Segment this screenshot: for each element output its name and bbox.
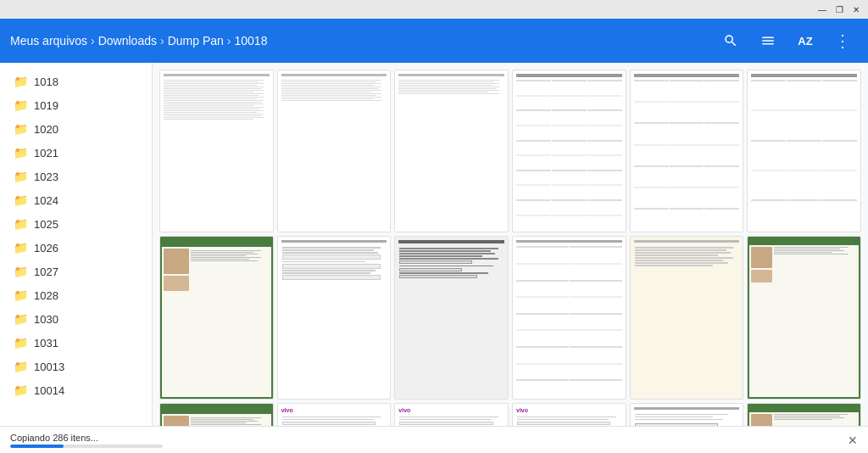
thumbnail-item[interactable] [747,236,861,399]
sidebar-item-1026[interactable]: 📁 1026 [0,236,152,260]
content-area: vivo vivo [153,63,868,426]
thumbnail-item[interactable] [512,236,626,399]
sidebar-item-1031[interactable]: 📁 1031 [0,331,152,355]
thumbnail-item[interactable] [747,403,861,426]
folder-icon: 📁 [14,288,27,302]
thumbnail-item[interactable] [394,236,509,399]
folder-icon: 📁 [14,241,27,254]
sidebar-item-1025[interactable]: 📁 1025 [0,212,152,236]
sidebar-label: 1023 [34,171,58,183]
progress-bar-background [10,445,163,448]
restore-button[interactable]: ❐ [832,3,846,16]
thumbnail-item[interactable] [747,70,861,232]
sidebar-item-1023[interactable]: 📁 1023 [0,165,152,188]
close-button[interactable]: ✕ [849,3,863,16]
thumbnail-item[interactable]: vivo [512,403,626,426]
sidebar-label: 1028 [34,289,58,302]
sidebar-label: 10014 [34,384,64,397]
list-icon [760,33,776,48]
sidebar-label: 10013 [34,361,64,373]
sidebar-label: 1030 [34,313,58,326]
folder-icon: 📁 [14,122,27,136]
sidebar-label: 1018 [34,76,58,88]
folder-icon: 📁 [14,217,27,231]
breadcrumb-current[interactable]: 10018 [234,34,267,48]
sidebar-item-1019[interactable]: 📁 1019 [0,93,152,117]
thumbnail-item[interactable] [630,70,744,232]
sidebar-item-1018[interactable]: 📁 1018 [0,70,152,93]
folder-icon: 📁 [14,312,27,326]
sidebar-item-1030[interactable]: 📁 1030 [0,307,152,331]
folder-icon: 📁 [14,360,27,373]
sidebar-label: 1024 [34,194,58,207]
folder-icon: 📁 [14,265,27,278]
main-area: 📁 1018 📁 1019 📁 1020 📁 1021 📁 1023 📁 102… [0,63,868,426]
sidebar-label: 1019 [34,99,58,112]
breadcrumb-sep-2: › [160,34,164,48]
progress-text: Copiando 286 itens... [10,433,834,443]
folder-icon: 📁 [14,193,27,207]
folder-icon: 📁 [14,146,27,159]
thumbnail-item[interactable] [630,236,744,399]
sidebar-item-1024[interactable]: 📁 1024 [0,188,152,212]
sidebar-label: 1021 [34,147,58,159]
sidebar-item-1028[interactable]: 📁 1028 [0,283,152,307]
breadcrumb-sep-3: › [227,34,231,48]
sidebar-label: 1020 [34,123,58,136]
folder-icon: 📁 [14,98,27,112]
thumbnail-grid: vivo vivo [159,70,861,426]
breadcrumb-dump-pan[interactable]: Dump Pan [168,34,224,48]
sidebar-label: 1025 [34,218,58,231]
sidebar-label: 1027 [34,266,58,278]
sidebar-item-1021[interactable]: 📁 1021 [0,141,152,165]
thumbnail-item[interactable]: vivo [394,403,509,426]
folder-icon: 📁 [14,170,27,183]
sort-button[interactable]: AZ [790,25,821,56]
list-view-button[interactable] [753,25,783,56]
breadcrumb-downloads[interactable]: Downloads [98,34,157,48]
sidebar-item-1027[interactable]: 📁 1027 [0,260,152,283]
more-options-button[interactable]: ⋮ [827,25,858,56]
sidebar-label: 1031 [34,337,58,350]
breadcrumb: Meus arquivos › Downloads › Dump Pan › 1… [10,34,709,48]
thumbnail-item[interactable] [159,236,274,399]
status-bar: Copiando 286 itens... ✕ [0,426,868,453]
header-actions: AZ ⋮ [715,25,858,56]
folder-icon: 📁 [14,383,27,397]
folder-icon: 📁 [14,75,27,88]
sidebar: 📁 1018 📁 1019 📁 1020 📁 1021 📁 1023 📁 102… [0,63,153,426]
folder-icon: 📁 [14,336,27,350]
sidebar-item-10013[interactable]: 📁 10013 [0,355,152,378]
thumbnail-item[interactable] [277,236,392,399]
search-icon [723,33,738,48]
thumbnail-item[interactable]: vivo [277,403,392,426]
thumbnail-item[interactable] [159,403,274,426]
title-bar: — ❐ ✕ [0,0,868,19]
sidebar-label: 1026 [34,242,58,254]
sidebar-item-10014[interactable]: 📁 10014 [0,378,152,402]
breadcrumb-sep-1: › [91,34,95,48]
sidebar-item-1020[interactable]: 📁 1020 [0,117,152,141]
thumbnail-item[interactable] [512,70,626,232]
thumbnail-item[interactable] [277,70,392,232]
header: Meus arquivos › Downloads › Dump Pan › 1… [0,19,868,63]
thumbnail-item[interactable] [394,70,509,232]
minimize-button[interactable]: — [815,3,829,16]
search-button[interactable] [715,25,746,56]
breadcrumb-root[interactable]: Meus arquivos [10,34,87,48]
thumbnail-item[interactable] [159,70,274,232]
thumbnail-item[interactable] [630,403,744,426]
progress-bar-fill [10,445,64,448]
progress-container: Copiando 286 itens... [10,433,834,448]
status-close-button[interactable]: ✕ [848,433,858,447]
